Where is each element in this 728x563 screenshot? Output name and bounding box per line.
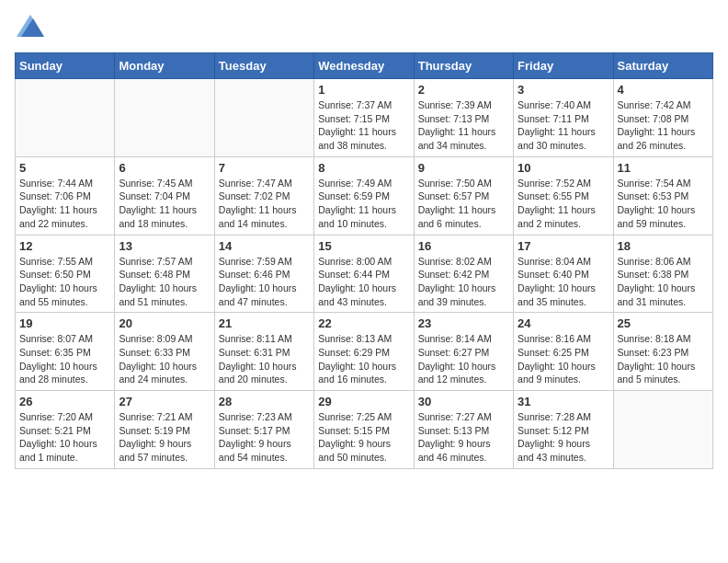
header-row: SundayMondayTuesdayWednesdayThursdayFrid… <box>16 53 713 79</box>
day-info: Sunrise: 8:11 AM Sunset: 6:31 PM Dayligh… <box>219 332 310 386</box>
day-number: 2 <box>418 83 509 97</box>
day-number: 9 <box>418 161 509 175</box>
calendar-week-5: 26Sunrise: 7:20 AM Sunset: 5:21 PM Dayli… <box>16 391 713 469</box>
day-number: 31 <box>518 395 609 408</box>
day-number: 13 <box>119 239 210 253</box>
day-info: Sunrise: 8:18 AM Sunset: 6:23 PM Dayligh… <box>618 332 709 386</box>
day-info: Sunrise: 7:25 AM Sunset: 5:15 PM Dayligh… <box>318 410 409 465</box>
day-header-wednesday: Wednesday <box>314 53 414 79</box>
day-header-monday: Monday <box>115 53 214 79</box>
day-info: Sunrise: 7:44 AM Sunset: 7:06 PM Dayligh… <box>19 177 110 231</box>
day-info: Sunrise: 7:42 AM Sunset: 7:08 PM Dayligh… <box>618 98 709 153</box>
day-number: 7 <box>219 161 310 175</box>
day-number: 29 <box>318 395 409 408</box>
day-number: 16 <box>418 239 509 253</box>
calendar-cell: 10Sunrise: 7:52 AM Sunset: 6:55 PM Dayli… <box>514 156 613 235</box>
day-header-sunday: Sunday <box>16 53 115 79</box>
day-number: 3 <box>518 83 609 97</box>
day-number: 8 <box>318 161 409 175</box>
day-info: Sunrise: 7:40 AM Sunset: 7:11 PM Dayligh… <box>518 98 609 153</box>
day-header-thursday: Thursday <box>414 53 513 79</box>
calendar-cell: 21Sunrise: 8:11 AM Sunset: 6:31 PM Dayli… <box>214 313 313 391</box>
calendar-table: SundayMondayTuesdayWednesdayThursdayFrid… <box>15 52 713 469</box>
day-info: Sunrise: 7:52 AM Sunset: 6:55 PM Dayligh… <box>518 177 609 231</box>
day-number: 5 <box>19 161 110 175</box>
day-number: 20 <box>119 316 210 330</box>
day-info: Sunrise: 7:28 AM Sunset: 5:12 PM Dayligh… <box>518 410 609 465</box>
day-header-friday: Friday <box>514 53 613 79</box>
calendar-cell: 2Sunrise: 7:39 AM Sunset: 7:13 PM Daylig… <box>414 79 513 157</box>
day-number: 12 <box>19 239 110 253</box>
day-info: Sunrise: 8:14 AM Sunset: 6:27 PM Dayligh… <box>418 332 509 386</box>
day-info: Sunrise: 8:00 AM Sunset: 6:44 PM Dayligh… <box>318 255 409 309</box>
calendar-cell: 30Sunrise: 7:27 AM Sunset: 5:13 PM Dayli… <box>414 391 513 469</box>
calendar-cell: 7Sunrise: 7:47 AM Sunset: 7:02 PM Daylig… <box>214 156 313 235</box>
calendar-cell: 6Sunrise: 7:45 AM Sunset: 7:04 PM Daylig… <box>115 156 214 235</box>
calendar-cell: 31Sunrise: 7:28 AM Sunset: 5:12 PM Dayli… <box>514 391 613 469</box>
day-info: Sunrise: 7:45 AM Sunset: 7:04 PM Dayligh… <box>119 177 210 231</box>
day-number: 30 <box>418 395 509 408</box>
calendar-cell: 16Sunrise: 8:02 AM Sunset: 6:42 PM Dayli… <box>414 235 513 313</box>
day-info: Sunrise: 7:54 AM Sunset: 6:53 PM Dayligh… <box>618 177 709 231</box>
day-number: 27 <box>119 395 210 408</box>
calendar-cell: 28Sunrise: 7:23 AM Sunset: 5:17 PM Dayli… <box>214 391 313 469</box>
day-header-tuesday: Tuesday <box>214 53 313 79</box>
day-number: 18 <box>618 239 709 253</box>
day-info: Sunrise: 7:49 AM Sunset: 6:59 PM Dayligh… <box>318 177 409 231</box>
calendar-cell: 27Sunrise: 7:21 AM Sunset: 5:19 PM Dayli… <box>115 391 214 469</box>
calendar-cell: 18Sunrise: 8:06 AM Sunset: 6:38 PM Dayli… <box>613 235 712 313</box>
calendar-week-1: 1Sunrise: 7:37 AM Sunset: 7:15 PM Daylig… <box>16 79 713 157</box>
calendar-cell: 11Sunrise: 7:54 AM Sunset: 6:53 PM Dayli… <box>613 156 712 235</box>
logo <box>15 15 44 41</box>
calendar-cell <box>16 79 115 157</box>
calendar-cell: 4Sunrise: 7:42 AM Sunset: 7:08 PM Daylig… <box>613 79 712 157</box>
day-info: Sunrise: 7:21 AM Sunset: 5:19 PM Dayligh… <box>119 410 210 465</box>
day-info: Sunrise: 7:59 AM Sunset: 6:46 PM Dayligh… <box>219 255 310 309</box>
calendar-cell: 23Sunrise: 8:14 AM Sunset: 6:27 PM Dayli… <box>414 313 513 391</box>
day-number: 25 <box>618 316 709 330</box>
calendar-cell: 13Sunrise: 7:57 AM Sunset: 6:48 PM Dayli… <box>115 235 214 313</box>
calendar-cell: 29Sunrise: 7:25 AM Sunset: 5:15 PM Dayli… <box>314 391 414 469</box>
day-info: Sunrise: 7:37 AM Sunset: 7:15 PM Dayligh… <box>318 98 409 153</box>
day-number: 24 <box>518 316 609 330</box>
day-number: 23 <box>418 316 509 330</box>
calendar-week-2: 5Sunrise: 7:44 AM Sunset: 7:06 PM Daylig… <box>16 156 713 235</box>
calendar-cell: 12Sunrise: 7:55 AM Sunset: 6:50 PM Dayli… <box>16 235 115 313</box>
day-info: Sunrise: 7:27 AM Sunset: 5:13 PM Dayligh… <box>418 410 509 465</box>
day-info: Sunrise: 8:06 AM Sunset: 6:38 PM Dayligh… <box>618 255 709 309</box>
calendar-cell: 8Sunrise: 7:49 AM Sunset: 6:59 PM Daylig… <box>314 156 414 235</box>
day-info: Sunrise: 7:50 AM Sunset: 6:57 PM Dayligh… <box>418 177 509 231</box>
day-number: 28 <box>219 395 310 408</box>
calendar-cell: 9Sunrise: 7:50 AM Sunset: 6:57 PM Daylig… <box>414 156 513 235</box>
calendar-week-4: 19Sunrise: 8:07 AM Sunset: 6:35 PM Dayli… <box>16 313 713 391</box>
day-info: Sunrise: 8:07 AM Sunset: 6:35 PM Dayligh… <box>19 332 110 386</box>
calendar-cell: 25Sunrise: 8:18 AM Sunset: 6:23 PM Dayli… <box>613 313 712 391</box>
day-info: Sunrise: 8:04 AM Sunset: 6:40 PM Dayligh… <box>518 255 609 309</box>
calendar-cell: 17Sunrise: 8:04 AM Sunset: 6:40 PM Dayli… <box>514 235 613 313</box>
day-number: 14 <box>219 239 310 253</box>
day-info: Sunrise: 8:16 AM Sunset: 6:25 PM Dayligh… <box>518 332 609 386</box>
calendar-cell: 19Sunrise: 8:07 AM Sunset: 6:35 PM Dayli… <box>16 313 115 391</box>
day-number: 4 <box>618 83 709 97</box>
logo-icon <box>17 15 44 37</box>
day-info: Sunrise: 7:47 AM Sunset: 7:02 PM Dayligh… <box>219 177 310 231</box>
calendar-cell: 24Sunrise: 8:16 AM Sunset: 6:25 PM Dayli… <box>514 313 613 391</box>
day-number: 11 <box>618 161 709 175</box>
calendar-cell: 20Sunrise: 8:09 AM Sunset: 6:33 PM Dayli… <box>115 313 214 391</box>
day-info: Sunrise: 7:55 AM Sunset: 6:50 PM Dayligh… <box>19 255 110 309</box>
day-info: Sunrise: 8:02 AM Sunset: 6:42 PM Dayligh… <box>418 255 509 309</box>
day-info: Sunrise: 7:57 AM Sunset: 6:48 PM Dayligh… <box>119 255 210 309</box>
day-number: 10 <box>518 161 609 175</box>
calendar-cell: 26Sunrise: 7:20 AM Sunset: 5:21 PM Dayli… <box>16 391 115 469</box>
day-header-saturday: Saturday <box>613 53 712 79</box>
calendar-cell: 5Sunrise: 7:44 AM Sunset: 7:06 PM Daylig… <box>16 156 115 235</box>
calendar-cell: 3Sunrise: 7:40 AM Sunset: 7:11 PM Daylig… <box>514 79 613 157</box>
day-info: Sunrise: 7:20 AM Sunset: 5:21 PM Dayligh… <box>19 410 110 465</box>
day-number: 17 <box>518 239 609 253</box>
calendar-cell: 22Sunrise: 8:13 AM Sunset: 6:29 PM Dayli… <box>314 313 414 391</box>
day-info: Sunrise: 7:23 AM Sunset: 5:17 PM Dayligh… <box>219 410 310 465</box>
day-number: 19 <box>19 316 110 330</box>
calendar-cell: 15Sunrise: 8:00 AM Sunset: 6:44 PM Dayli… <box>314 235 414 313</box>
calendar-cell <box>613 391 712 469</box>
day-number: 26 <box>19 395 110 408</box>
